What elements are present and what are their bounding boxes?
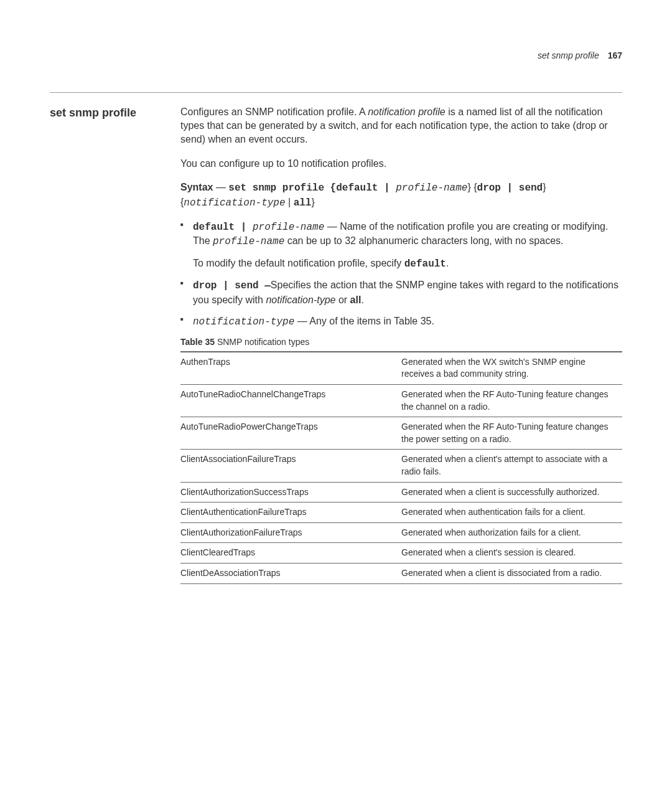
trap-desc: Generated when a client is successfully … (401, 482, 622, 503)
trap-desc: Generated when the RF Auto-Tuning featur… (401, 417, 622, 450)
table-row: ClientClearedTraps Generated when a clie… (180, 543, 622, 564)
running-header: set snmp profile 167 (50, 50, 622, 67)
table-caption-text: SNMP notification types (215, 337, 309, 347)
table-caption-num: Table 35 (180, 337, 215, 347)
syntax-dash: — (213, 182, 228, 192)
trap-name: ClientDeAssociationTraps (180, 564, 401, 584)
b1-sub-cmd: default (404, 258, 446, 270)
trap-desc: Generated when authentication fails for … (401, 503, 622, 523)
b2-text2: or (335, 295, 350, 305)
table-row: ClientAssociationFailureTraps Generated … (180, 450, 622, 482)
syntax-mid: } { (467, 182, 477, 192)
b3-text: — Any of the items in Table 35. (294, 316, 434, 326)
b1-var2: profile-name (213, 236, 284, 247)
trap-name: AuthenTraps (180, 352, 401, 385)
param-item-default: default | profile-name — Name of the not… (180, 220, 622, 271)
b2-end: . (361, 295, 363, 305)
syntax-cmd: set snmp profile {default | (228, 182, 396, 194)
b1-text2: can be up to 32 alphanumeric characters … (284, 235, 563, 246)
table-row: ClientDeAssociationTraps Generated when … (180, 564, 622, 584)
table-row: ClientAuthorizationSuccessTraps Generate… (180, 482, 622, 503)
param-item-notiftype: notification-type — Any of the items in … (180, 314, 622, 329)
syntax-close2: } (311, 197, 314, 207)
section-title: set snmp profile (50, 105, 180, 121)
trap-name: ClientClearedTraps (180, 543, 401, 564)
trap-desc: Generated when authorization fails for a… (401, 522, 622, 543)
intro-text-1: Configures an SNMP notification profile.… (180, 106, 368, 117)
syntax-line: Syntax — set snmp profile {default | pro… (180, 181, 622, 210)
intro-paragraph: Configures an SNMP notification profile.… (180, 105, 622, 147)
b2-bold: all (350, 295, 362, 305)
b1-var: profile-name (253, 222, 324, 233)
page-number: 167 (608, 50, 622, 60)
trap-desc: Generated when a client is dissociated f… (401, 564, 622, 584)
trap-name: ClientAuthorizationSuccessTraps (180, 482, 401, 503)
table-row: ClientAuthenticationFailureTraps Generat… (180, 503, 622, 523)
intro-term: notification profile (368, 106, 446, 117)
b2-ital1: notification-type (266, 295, 335, 305)
b1-sub-end: . (446, 258, 449, 268)
notification-types-table: AuthenTraps Generated when the WX switch… (180, 351, 622, 584)
b1-cmd: default | (193, 222, 253, 233)
syntax-label: Syntax (180, 182, 213, 192)
trap-desc: Generated when the WX switch's SNMP engi… (401, 352, 622, 385)
section-divider (50, 92, 622, 93)
trap-desc: Generated when the RF Auto-Tuning featur… (401, 385, 622, 417)
config-note: You can configure up to 10 notification … (180, 157, 622, 171)
trap-desc: Generated when a client's attempt to ass… (401, 450, 622, 482)
trap-name: ClientAssociationFailureTraps (180, 450, 401, 482)
table-row: AutoTuneRadioChannelChangeTraps Generate… (180, 385, 622, 417)
table-caption: Table 35 SNMP notification types (180, 336, 622, 349)
trap-desc: Generated when a client's session is cle… (401, 543, 622, 564)
b2-cmd: drop | send — (193, 280, 271, 291)
trap-name: AutoTuneRadioChannelChangeTraps (180, 385, 401, 417)
b3-var: notification-type (193, 316, 294, 328)
section-body: Configures an SNMP notification profile.… (180, 105, 622, 584)
section-row: set snmp profile Configures an SNMP noti… (50, 105, 622, 584)
table-row: AutoTuneRadioPowerChangeTraps Generated … (180, 417, 622, 450)
trap-name: ClientAuthenticationFailureTraps (180, 503, 401, 523)
syntax-sep: | (286, 197, 294, 207)
syntax-profile: profile-name (396, 182, 467, 194)
table-row: AuthenTraps Generated when the WX switch… (180, 352, 622, 385)
param-item-dropsend: drop | send —Specifies the action that t… (180, 278, 622, 307)
syntax-dropsend: drop | send (477, 182, 543, 194)
b1-sub-text: To modify the default notification profi… (193, 258, 404, 268)
running-title: set snmp profile (538, 50, 599, 60)
syntax-notiftype: notification-type (184, 197, 285, 209)
b1-subnote: To modify the default notification profi… (193, 257, 622, 271)
trap-name: ClientAuthorizationFailureTraps (180, 522, 401, 543)
syntax-all: all (294, 197, 312, 209)
param-list: default | profile-name — Name of the not… (180, 220, 622, 329)
trap-name: AutoTuneRadioPowerChangeTraps (180, 417, 401, 450)
table-row: ClientAuthorizationFailureTraps Generate… (180, 522, 622, 543)
